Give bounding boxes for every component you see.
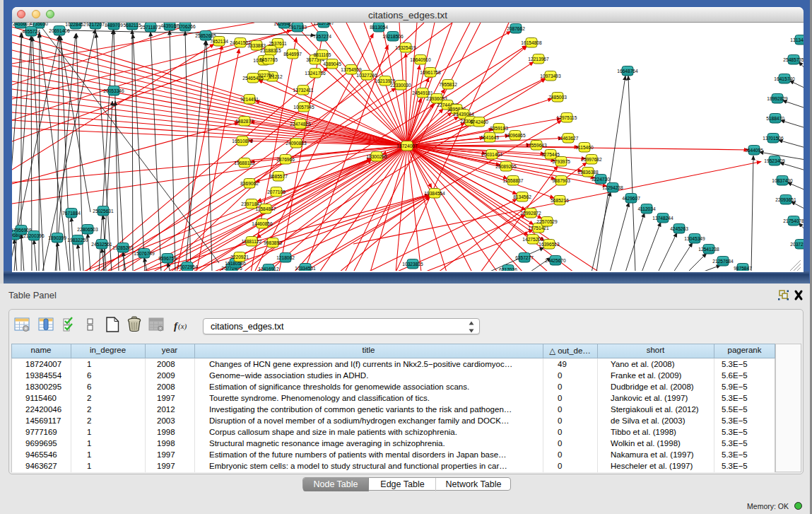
svg-text:10323815: 10323815: [402, 262, 423, 267]
svg-text:22093651: 22093651: [775, 197, 796, 202]
svg-text:2077105: 2077105: [267, 189, 286, 194]
svg-text:4389045: 4389045: [323, 62, 341, 66]
svg-text:22455603: 22455603: [12, 23, 31, 26]
svg-text:18300295: 18300295: [366, 154, 387, 159]
svg-text:6742460: 6742460: [470, 119, 488, 124]
svg-text:13732411: 13732411: [293, 88, 314, 93]
svg-text:25465435: 25465435: [242, 76, 264, 81]
svg-text:12294238: 12294238: [602, 185, 623, 190]
svg-text:15076749: 15076749: [134, 251, 155, 256]
svg-text:22330030: 22330030: [390, 83, 411, 88]
svg-text:7452134: 7452134: [210, 39, 228, 44]
svg-text:7671884: 7671884: [62, 211, 81, 216]
svg-text:12416912: 12416912: [258, 267, 279, 271]
svg-text:11584847: 11584847: [256, 206, 276, 211]
svg-text:22474828: 22474828: [290, 122, 311, 127]
svg-text:23188315: 23188315: [260, 48, 281, 53]
svg-text:20053346: 20053346: [103, 88, 124, 93]
svg-text:10327246: 10327246: [356, 73, 377, 78]
svg-text:10334531: 10334531: [295, 266, 316, 271]
svg-text:13754919: 13754919: [341, 67, 362, 72]
svg-text:14460856: 14460856: [252, 221, 273, 226]
svg-text:19285201: 19285201: [112, 245, 134, 250]
svg-text:9875847: 9875847: [734, 266, 752, 271]
svg-text:11463627: 11463627: [558, 136, 579, 141]
svg-text:2087662: 2087662: [507, 26, 525, 31]
svg-text:11558837: 11558837: [503, 178, 524, 183]
svg-text:19832259: 19832259: [67, 238, 88, 243]
svg-text:15157347: 15157347: [313, 23, 334, 25]
svg-text:18992829: 18992829: [767, 96, 788, 101]
svg-text:9214491: 9214491: [240, 97, 259, 102]
svg-text:(x): (x): [178, 322, 187, 331]
svg-text:8646997: 8646997: [283, 52, 302, 57]
svg-text:5188470: 5188470: [766, 116, 784, 121]
svg-text:7485003: 7485003: [548, 95, 567, 100]
svg-text:24090883: 24090883: [286, 141, 307, 146]
svg-text:16961758: 16961758: [420, 70, 441, 75]
svg-text:24549181: 24549181: [412, 90, 433, 95]
svg-text:20372723: 20372723: [790, 242, 804, 247]
svg-text:4245263: 4245263: [670, 226, 688, 231]
svg-text:16072954: 16072954: [177, 264, 198, 269]
svg-text:23971842: 23971842: [241, 201, 262, 206]
svg-text:11881122: 11881122: [242, 239, 262, 244]
svg-text:9217207: 9217207: [86, 23, 105, 27]
svg-text:24425670: 24425670: [545, 258, 566, 263]
svg-text:24532561: 24532561: [91, 242, 112, 247]
svg-text:8224730: 8224730: [592, 177, 610, 182]
svg-text:21257684: 21257684: [712, 259, 734, 264]
svg-text:16396513: 16396513: [539, 242, 560, 247]
svg-text:3917183: 3917183: [288, 25, 307, 30]
svg-text:3220921: 3220921: [230, 255, 249, 259]
svg-text:1890399: 1890399: [48, 235, 66, 240]
svg-text:25089205: 25089205: [495, 164, 517, 169]
svg-text:8685577: 8685577: [269, 174, 288, 179]
svg-text:6457765: 6457765: [259, 57, 278, 62]
svg-text:6357277: 6357277: [515, 255, 534, 260]
svg-text:8489709: 8489709: [105, 23, 123, 28]
svg-text:20691406: 20691406: [49, 28, 70, 33]
svg-text:19688132: 19688132: [234, 160, 255, 165]
svg-text:21439044: 21439044: [453, 112, 474, 117]
svg-text:7357274: 7357274: [313, 34, 331, 39]
svg-text:16648764: 16648764: [617, 69, 638, 74]
svg-text:13748244: 13748244: [652, 216, 673, 221]
svg-text:9983893: 9983893: [264, 240, 282, 245]
svg-text:10057945: 10057945: [293, 105, 314, 110]
svg-text:2876966: 2876966: [276, 157, 295, 162]
svg-text:21754078: 21754078: [783, 218, 804, 223]
svg-text:17559643: 17559643: [526, 143, 547, 148]
svg-text:19218506: 19218506: [382, 34, 404, 39]
svg-text:12213967: 12213967: [528, 57, 549, 62]
svg-text:10228452: 10228452: [65, 23, 86, 27]
svg-text:22570529: 22570529: [536, 219, 558, 224]
svg-text:19384554: 19384554: [424, 191, 445, 196]
svg-text:9887903: 9887903: [552, 178, 570, 183]
svg-text:13045349: 13045349: [684, 236, 705, 241]
svg-text:4055724: 4055724: [22, 29, 40, 34]
svg-text:23706266: 23706266: [175, 24, 196, 29]
svg-text:13701506: 13701506: [763, 136, 784, 141]
svg-text:16415740: 16415740: [774, 76, 795, 81]
svg-text:8359183: 8359183: [490, 126, 508, 131]
svg-text:20031404: 20031404: [481, 152, 502, 157]
svg-text:8811165: 8811165: [314, 52, 331, 57]
svg-text:6217026: 6217026: [499, 267, 517, 271]
svg-text:12541238: 12541238: [698, 247, 719, 252]
svg-text:25852685: 25852685: [195, 33, 216, 38]
svg-text:25997682: 25997682: [581, 157, 602, 162]
svg-text:18640910: 18640910: [410, 57, 431, 62]
svg-text:22992872: 22992872: [520, 211, 541, 216]
svg-text:5682115: 5682115: [123, 23, 141, 28]
svg-text:13134457: 13134457: [790, 37, 804, 42]
svg-text:8396759: 8396759: [158, 256, 177, 261]
svg-text:4112034: 4112034: [637, 206, 656, 211]
svg-text:25025631: 25025631: [93, 209, 114, 214]
svg-text:5685216: 5685216: [551, 198, 569, 203]
svg-text:9275445: 9275445: [541, 152, 560, 157]
svg-text:22806503: 22806503: [77, 227, 98, 232]
svg-text:16510878: 16510878: [232, 139, 253, 144]
svg-text:14275203: 14275203: [522, 237, 543, 242]
svg-text:13325419: 13325419: [395, 45, 416, 50]
